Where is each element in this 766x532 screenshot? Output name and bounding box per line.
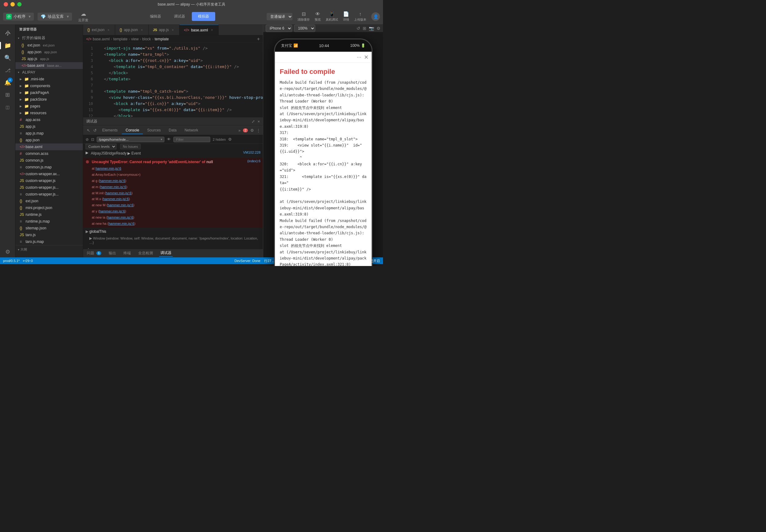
tab-base-axml[interactable]: </> base.axml × bbox=[179, 25, 219, 35]
filter-input[interactable] bbox=[173, 137, 210, 142]
activity-source-control[interactable]: ⎇ bbox=[2, 65, 13, 76]
phone-more-icon[interactable]: ··· bbox=[357, 54, 361, 60]
breadcrumb-block[interactable]: block bbox=[142, 37, 151, 41]
open-editors-section[interactable]: ▾ 打开的编辑器 bbox=[15, 34, 83, 42]
tab-sources[interactable]: Sources bbox=[143, 127, 164, 134]
file-custom-wrapper-axml[interactable]: </> custom-wrapper.ax... bbox=[15, 171, 83, 177]
filter-settings-icon[interactable]: ⚙ bbox=[228, 137, 232, 142]
tab-app-js[interactable]: JS app.js × bbox=[149, 25, 180, 35]
devtools-pointer-icon[interactable]: ↖ bbox=[86, 127, 91, 134]
device-select[interactable]: iPhone 6 bbox=[266, 25, 292, 32]
maximize-button[interactable] bbox=[17, 2, 22, 6]
file-runtime-js[interactable]: JS runtime.js bbox=[15, 211, 83, 218]
stack-link-1[interactable]: hammer.min.js/:6 bbox=[95, 167, 121, 170]
stack-link-5[interactable]: hammer.min.js/:6 bbox=[106, 191, 131, 195]
folder-pages[interactable]: ▶ 📁 pages bbox=[15, 103, 83, 110]
store-selector[interactable]: 💎 珍品宝库 ▾ bbox=[38, 13, 72, 21]
file-base-axml-root[interactable]: </> base.axml bbox=[15, 143, 83, 150]
file-taro-js[interactable]: JS taro.js bbox=[15, 232, 83, 238]
stack-link-6[interactable]: hammer.min.js/:6 bbox=[103, 197, 129, 201]
file-app-js-root[interactable]: JS app.js bbox=[15, 123, 83, 130]
activity-search[interactable]: 🔍 bbox=[2, 52, 13, 63]
eye-icon[interactable]: 👁 bbox=[167, 137, 171, 142]
cloud-dev-button[interactable]: ☁ 云开发 bbox=[75, 9, 92, 24]
sim-settings-icon[interactable]: ⚙ bbox=[377, 26, 381, 31]
activity-explorer[interactable]: 📁 bbox=[2, 40, 13, 51]
detail-button[interactable]: 📄 详情 bbox=[343, 11, 349, 22]
bottom-tab-output[interactable]: 输出 bbox=[107, 250, 117, 256]
sim-screenshot-icon[interactable]: 📷 bbox=[369, 26, 374, 31]
devtools-expand-icon[interactable]: ⤢ bbox=[252, 119, 255, 124]
stack-link-8[interactable]: hammer.min.js/:6 bbox=[99, 209, 125, 213]
file-app-json-root[interactable]: {} app.json bbox=[15, 137, 83, 143]
file-app-acss[interactable]: # app.acss bbox=[15, 116, 83, 123]
open-file-app-js[interactable]: JS app.js app.js bbox=[15, 55, 83, 62]
bottom-tab-debugger[interactable]: 调试器 bbox=[159, 250, 173, 257]
console-entry-0-source[interactable]: VM102:228 bbox=[243, 151, 260, 154]
real-device-button[interactable]: 📱 真机调试 bbox=[326, 11, 338, 22]
stack-link-9[interactable]: hammer.min.js/:6 bbox=[107, 216, 133, 219]
compile-select[interactable]: 普通编译 bbox=[267, 13, 292, 20]
activity-remote[interactable]: ◫ bbox=[2, 102, 13, 113]
tab-ext-json[interactable]: {} ext.json × bbox=[83, 25, 115, 35]
file-runtime-js-map[interactable]: ≡ runtime.js.map bbox=[15, 218, 83, 225]
brand-selector[interactable]: 小 小程序 ▾ bbox=[3, 13, 34, 21]
expand-icon[interactable]: ▶ bbox=[86, 229, 88, 234]
editor-tab[interactable]: 编辑器 bbox=[144, 12, 167, 21]
folder-resources[interactable]: ▶ 📁 resources bbox=[15, 110, 83, 116]
open-file-ext-json[interactable]: {} ext.json ext.json bbox=[15, 42, 83, 49]
user-avatar[interactable]: 👤 bbox=[371, 12, 380, 21]
file-common-js-map[interactable]: ≡ common.js.map bbox=[15, 164, 83, 171]
bottom-tab-hologram[interactable]: 全息检测 bbox=[137, 250, 154, 256]
tab-ext-json-close[interactable]: × bbox=[106, 28, 111, 32]
code-content[interactable]: <import-sjs name="xs" from="./utils.sjs"… bbox=[95, 43, 263, 117]
activity-miniprogram[interactable]: 小 bbox=[2, 28, 13, 39]
sim-refresh-icon[interactable]: ↺ bbox=[357, 26, 360, 31]
file-mini-project-json[interactable]: {} mini.project.json bbox=[15, 204, 83, 211]
sim-grid-icon[interactable]: ⊞ bbox=[363, 26, 366, 31]
folder-components[interactable]: ▶ 📁 components bbox=[15, 83, 83, 89]
tab-app-json[interactable]: {} app.json × bbox=[115, 25, 148, 35]
devtools-refresh-icon[interactable]: ↺ bbox=[92, 127, 98, 134]
file-taro-js-map[interactable]: ≡ taro.js.map bbox=[15, 238, 83, 245]
file-common-js[interactable]: JS common.js bbox=[15, 157, 83, 164]
stack-link-7[interactable]: hammer.min.js/:6 bbox=[107, 203, 133, 207]
window-expand-icon[interactable]: ▶ bbox=[89, 236, 92, 240]
minimize-button[interactable] bbox=[10, 2, 15, 6]
file-app-js-map[interactable]: ≡ app.js.map bbox=[15, 130, 83, 137]
clear-cache-button[interactable]: ⊟ 清除缓存 bbox=[297, 11, 310, 22]
file-ext-json-root[interactable]: {} ext.json bbox=[15, 198, 83, 204]
log-level-select[interactable]: Custom levels bbox=[86, 144, 116, 149]
explorer-title[interactable]: 资源管理器 bbox=[15, 25, 83, 34]
path-dropdown[interactable]: /pages/home/inde... ▾ bbox=[97, 137, 164, 142]
devtools-settings-icon[interactable]: ⚙ bbox=[250, 128, 254, 133]
stack-link-10[interactable]: hammer.min.js/:6 bbox=[108, 222, 134, 225]
preview-button[interactable]: 👁 预览 bbox=[315, 11, 321, 22]
tab-base-axml-close[interactable]: × bbox=[210, 28, 214, 32]
bottom-tab-terminal[interactable]: 终端 bbox=[122, 250, 132, 256]
breadcrumb-template-inner[interactable]: template bbox=[155, 37, 169, 41]
file-custom-wrapper-map[interactable]: ≡ custom-wrapper.js... bbox=[15, 191, 83, 198]
file-custom-wrapper-js-2[interactable]: JS custom-wrapper.js... bbox=[15, 184, 83, 191]
close-button[interactable] bbox=[4, 2, 8, 6]
phone-close-icon[interactable]: ✕ bbox=[364, 54, 369, 61]
console-stop-icon[interactable]: ⊡ bbox=[91, 137, 94, 142]
open-file-app-json[interactable]: {} app.json app.json bbox=[15, 49, 83, 55]
devtools-content[interactable]: ⊘ ⊡ /pages/home/inde... ▾ 👁 2 hidden ⚙ bbox=[83, 135, 263, 249]
zoom-select[interactable]: 100% bbox=[294, 25, 315, 32]
debugger-tab[interactable]: 调试器 bbox=[168, 12, 191, 21]
alipay-section[interactable]: ▾ ALIPAY bbox=[15, 69, 83, 76]
file-common-acss[interactable]: # common.acss bbox=[15, 150, 83, 157]
bottom-tab-problems[interactable]: 问题 6 bbox=[86, 250, 103, 256]
stack-link-3[interactable]: hammer.min.js/:6 bbox=[99, 179, 125, 183]
breadcrumb-view[interactable]: view bbox=[131, 37, 139, 41]
tab-elements[interactable]: Elements bbox=[99, 127, 121, 134]
upload-button[interactable]: ↑ 上传版本 bbox=[354, 11, 366, 22]
breadcrumb-template[interactable]: template bbox=[113, 37, 127, 41]
tab-network[interactable]: Network bbox=[181, 127, 202, 134]
tab-app-json-close[interactable]: × bbox=[140, 28, 144, 32]
activity-extensions[interactable]: ⊞ bbox=[2, 89, 13, 100]
code-editor[interactable]: 12345 678910 1112131415 1617 <import-sjs… bbox=[83, 43, 263, 117]
folder-mini-ide[interactable]: ▶ 📁 .mini-ide bbox=[15, 76, 83, 83]
stack-link-4[interactable]: hammer.min.js/:6 bbox=[100, 185, 126, 189]
